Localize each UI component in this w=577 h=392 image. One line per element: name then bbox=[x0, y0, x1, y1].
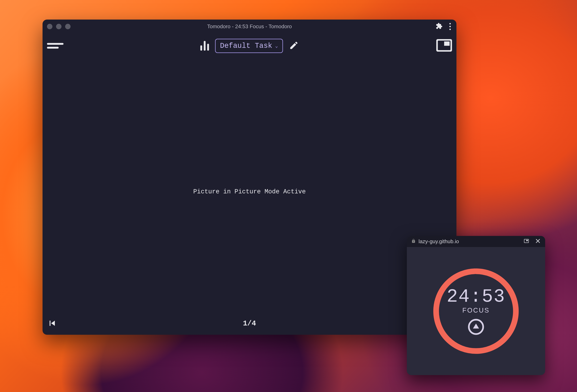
window-titlebar[interactable]: Tomodoro - 24:53 Focus - Tomodoro bbox=[42, 20, 456, 33]
timer-ring: 24:53 FOCUS bbox=[433, 268, 519, 355]
lock-icon bbox=[411, 239, 416, 244]
edit-icon[interactable] bbox=[289, 40, 299, 51]
browser-menu-button[interactable] bbox=[448, 22, 452, 31]
timer-mode-label: FOCUS bbox=[462, 307, 490, 314]
task-selector-label: Default Task bbox=[220, 42, 272, 50]
extensions-icon[interactable] bbox=[436, 23, 442, 31]
back-to-tab-icon[interactable] bbox=[524, 238, 529, 245]
pip-toggle-button[interactable] bbox=[436, 39, 452, 53]
window-title: Tomodoro - 24:53 Focus - Tomodoro bbox=[207, 23, 292, 30]
pip-url: lazy-guy.github.io bbox=[419, 238, 459, 245]
chevron-down-icon: ⌄ bbox=[275, 43, 278, 49]
timer-time: 24:53 bbox=[447, 286, 505, 307]
main-browser-window: Tomodoro - 24:53 Focus - Tomodoro Defaul… bbox=[42, 20, 456, 335]
pip-body: 24:53 FOCUS bbox=[407, 247, 545, 375]
pip-header[interactable]: lazy-guy.github.io bbox=[407, 236, 545, 247]
task-selector-dropdown[interactable]: Default Task ⌄ bbox=[215, 39, 283, 53]
minimize-window-button[interactable] bbox=[56, 24, 62, 29]
pip-status-text: Picture in Picture Mode Active bbox=[193, 188, 306, 195]
page-indicator: 1/4 bbox=[243, 320, 256, 328]
app-toolbar: Default Task ⌄ bbox=[42, 33, 456, 55]
previous-button[interactable] bbox=[47, 318, 57, 329]
maximize-window-button[interactable] bbox=[65, 24, 71, 29]
menu-icon[interactable] bbox=[47, 43, 64, 49]
pip-window[interactable]: lazy-guy.github.io 24:53 FOCUS bbox=[407, 236, 545, 375]
play-button[interactable] bbox=[468, 319, 484, 336]
svg-rect-1 bbox=[444, 41, 450, 46]
close-icon[interactable] bbox=[535, 238, 541, 245]
traffic-lights bbox=[47, 24, 71, 29]
main-content: Picture in Picture Mode Active 1/4 bbox=[42, 55, 456, 335]
close-window-button[interactable] bbox=[47, 24, 52, 29]
stats-icon[interactable] bbox=[200, 41, 209, 51]
